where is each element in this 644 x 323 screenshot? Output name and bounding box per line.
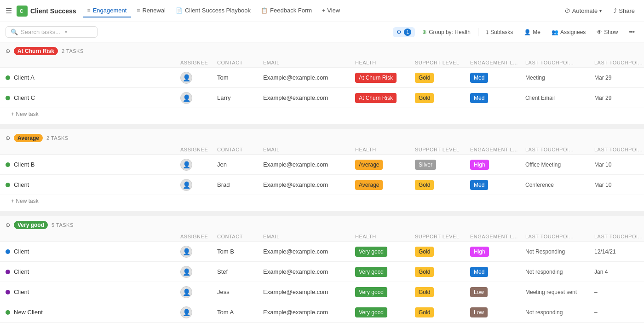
table-row[interactable]: Client 👤 Jess Example@example.com Very g… xyxy=(0,282,644,302)
filter-button[interactable]: ⚙ 1 xyxy=(393,27,415,37)
show-button[interactable]: 👁 Show xyxy=(593,28,621,37)
health-badge: Very good xyxy=(355,247,387,257)
more-options-button[interactable]: ••• xyxy=(625,28,638,37)
table-row[interactable]: Client B 👤 Jen Example@example.com Avera… xyxy=(0,155,644,175)
email-cell: Example@example.com xyxy=(263,161,355,168)
date-cell: Mar 10 xyxy=(594,162,644,168)
health-cell: Very good xyxy=(355,268,415,275)
menu-icon[interactable]: ☰ xyxy=(6,6,12,15)
ellipsis-icon: ••• xyxy=(629,29,635,35)
col-header: HEALTH xyxy=(355,60,415,65)
table-row[interactable]: Client 👤 Brad Example@example.com Averag… xyxy=(0,175,644,195)
support-cell: Gold xyxy=(415,74,470,81)
support-cell: Gold xyxy=(415,181,470,188)
col-header: LAST TOUCHPOI... xyxy=(594,147,644,152)
engagement-cell: High xyxy=(470,248,525,255)
person-icon: 👤 xyxy=(183,181,190,189)
avatar: 👤 xyxy=(180,179,192,191)
nav-tab-renewal[interactable]: ≡Renewal xyxy=(132,4,170,17)
svg-text:C: C xyxy=(20,9,23,14)
eye-icon: 👁 xyxy=(597,29,602,35)
automate-button[interactable]: ⏱ Automate ▾ xyxy=(561,6,606,16)
section-tasks-count-average: 2 TASKS xyxy=(46,135,69,141)
email-cell: Example@example.com xyxy=(263,74,355,81)
email-cell: Example@example.com xyxy=(263,268,355,275)
support-cell: Gold xyxy=(415,268,470,275)
assignee-cell: 👤 xyxy=(180,179,217,191)
section-toggle-average[interactable]: ⊙ xyxy=(6,135,10,141)
section-toggle-churn[interactable]: ⊙ xyxy=(6,48,10,54)
avatar: 👤 xyxy=(180,246,192,258)
email-cell: Example@example.com xyxy=(263,181,355,188)
section-churn: ⊙ At Churn Risk 2 TASKS ASSIGNEECONTACTE… xyxy=(0,42,644,122)
tab-icon: 📄 xyxy=(176,7,183,14)
task-label: Client xyxy=(14,288,29,295)
col-header: SUPPORT LEVEL xyxy=(415,60,470,65)
search-placeholder: Search tasks... xyxy=(21,29,60,35)
share-icon: ⤴ xyxy=(614,7,617,14)
task-name: Client xyxy=(6,248,180,255)
email-cell: Example@example.com xyxy=(263,94,355,101)
me-button[interactable]: 👤 Me xyxy=(520,28,544,37)
new-task-button[interactable]: + New task xyxy=(0,108,644,122)
table-row[interactable]: Client 👤 Stef Example@example.com Very g… xyxy=(0,262,644,282)
assignee-cell: 👤 xyxy=(180,306,217,318)
col-header: CONTACT xyxy=(217,60,263,65)
table-row[interactable]: New Client 👤 Tom A Example@example.com V… xyxy=(0,302,644,323)
engagement-badge: Med xyxy=(470,180,488,190)
nav-tab-feedback-form[interactable]: 📋Feedback Form xyxy=(256,4,316,17)
support-badge: Silver xyxy=(415,160,436,170)
col-header: EMAIL xyxy=(263,60,355,65)
new-task-button[interactable]: + New task xyxy=(0,195,644,209)
section-badge-churn: At Churn Risk xyxy=(14,47,58,55)
avatar: 👤 xyxy=(180,286,192,298)
engagement-cell: Med xyxy=(470,74,525,81)
filter-icon: ⚙ xyxy=(397,29,402,35)
support-badge: Gold xyxy=(415,307,434,317)
task-name: New Client xyxy=(6,309,180,316)
section-toggle-verygood[interactable]: ⊙ xyxy=(6,222,10,228)
assignees-button[interactable]: 👥 Assignees xyxy=(548,28,589,37)
table-row[interactable]: Client 👤 Tom B Example@example.com Very … xyxy=(0,242,644,262)
col-header: CONTACT xyxy=(217,147,263,152)
health-cell: Very good xyxy=(355,288,415,295)
task-label: Client A xyxy=(14,74,34,81)
engagement-cell: Med xyxy=(470,94,525,101)
nav-tab-engagement[interactable]: ≡Engagement xyxy=(83,4,132,17)
table-row[interactable]: Client C 👤 Larry Example@example.com At … xyxy=(0,88,644,108)
person-icon: 👤 xyxy=(183,288,190,296)
assignee-cell: 👤 xyxy=(180,159,217,171)
header: ☰ C Client Success ≡Engagement≡Renewal📄C… xyxy=(0,0,644,22)
engagement-cell: High xyxy=(470,161,525,168)
support-badge: Gold xyxy=(415,93,434,103)
toolbar-right: ⚙ 1 ❋ Group by: Health ⤵ Subtasks 👤 Me 👥… xyxy=(393,27,638,37)
subtasks-button[interactable]: ⤵ Subtasks xyxy=(482,28,517,37)
col-header: LAST TOUCHPOI... xyxy=(594,60,644,65)
nav-tab-+-view[interactable]: + View xyxy=(317,4,345,17)
table-row[interactable]: Client A 👤 Tom Example@example.com At Ch… xyxy=(0,68,644,88)
nav-tab-client-success-playbook[interactable]: 📄Client Success Playbook xyxy=(171,4,255,17)
group-by-button[interactable]: ❋ Group by: Health xyxy=(419,28,474,37)
status-dot xyxy=(6,249,10,254)
person-icon: 👤 xyxy=(183,248,190,255)
person-icon: 👤 xyxy=(183,309,190,316)
status-dot xyxy=(6,183,10,187)
contact-cell: Jen xyxy=(217,161,263,168)
support-cell: Silver xyxy=(415,161,470,168)
toolbar: 🔍 Search tasks... ▾ ⚙ 1 ❋ Group by: Heal… xyxy=(0,22,644,42)
support-badge: Gold xyxy=(415,180,434,190)
app-title: Client Success xyxy=(30,7,76,15)
status-dot xyxy=(6,75,10,80)
person-icon: 👤 xyxy=(183,161,190,168)
support-badge: Gold xyxy=(415,247,434,257)
status-dot xyxy=(6,290,10,294)
group-icon: ❋ xyxy=(422,29,427,35)
support-badge: Gold xyxy=(415,73,434,83)
share-button[interactable]: ⤴ Share xyxy=(610,6,638,16)
search-box[interactable]: 🔍 Search tasks... ▾ xyxy=(6,26,98,38)
header-actions: ⏱ Automate ▾ ⤴ Share xyxy=(561,6,638,16)
health-cell: Very good xyxy=(355,309,415,316)
col-header: LAST TOUCHPOI... xyxy=(525,234,594,239)
col-header: ENGAGEMENT L... xyxy=(470,147,525,152)
support-cell: Gold xyxy=(415,288,470,295)
